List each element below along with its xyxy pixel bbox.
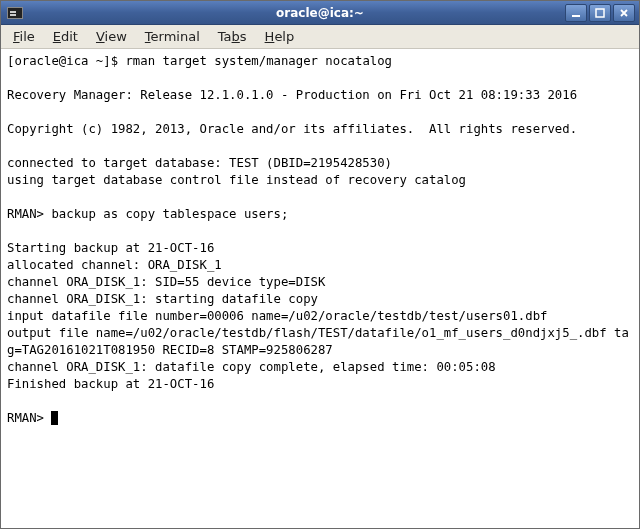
output-line: Starting backup at 21-OCT-16: [7, 241, 214, 255]
output-line: input datafile file number=00006 name=/u…: [7, 309, 547, 323]
menu-file[interactable]: File: [5, 27, 43, 46]
output-line: connected to target database: TEST (DBID…: [7, 156, 392, 170]
shell-prompt: [oracle@ica ~]$: [7, 54, 125, 68]
menu-help[interactable]: Help: [257, 27, 303, 46]
svg-rect-1: [596, 9, 604, 17]
menu-tabs[interactable]: Tabs: [210, 27, 255, 46]
menu-edit[interactable]: Edit: [45, 27, 86, 46]
output-line: output file name=/u02/oracle/testdb/flas…: [7, 326, 629, 357]
window-title: oracle@ica:~: [1, 6, 639, 20]
output-line: allocated channel: ORA_DISK_1: [7, 258, 222, 272]
menu-view[interactable]: View: [88, 27, 135, 46]
close-button[interactable]: [613, 4, 635, 22]
rman-prompt: RMAN>: [7, 411, 51, 425]
rman-prompt: RMAN>: [7, 207, 51, 221]
output-line: Finished backup at 21-OCT-16: [7, 377, 214, 391]
maximize-button[interactable]: [589, 4, 611, 22]
output-line: channel ORA_DISK_1: starting datafile co…: [7, 292, 318, 306]
rman-cmd: backup as copy tablespace users;: [51, 207, 288, 221]
output-line: channel ORA_DISK_1: datafile copy comple…: [7, 360, 496, 374]
shell-cmd: rman target system/manager nocatalog: [125, 54, 392, 68]
titlebar[interactable]: oracle@ica:~: [1, 1, 639, 25]
terminal-window: oracle@ica:~ File Edit View Terminal Tab…: [0, 0, 640, 529]
menubar: File Edit View Terminal Tabs Help: [1, 25, 639, 49]
output-line: Copyright (c) 1982, 2013, Oracle and/or …: [7, 122, 577, 136]
output-line: using target database control file inste…: [7, 173, 466, 187]
output-line: channel ORA_DISK_1: SID=55 device type=D…: [7, 275, 325, 289]
terminal-content[interactable]: [oracle@ica ~]$ rman target system/manag…: [1, 49, 639, 528]
terminal-app-icon: [7, 7, 23, 19]
cursor-icon: [51, 411, 58, 425]
menu-terminal[interactable]: Terminal: [137, 27, 208, 46]
svg-rect-0: [572, 15, 580, 17]
minimize-button[interactable]: [565, 4, 587, 22]
output-line: Recovery Manager: Release 12.1.0.1.0 - P…: [7, 88, 577, 102]
